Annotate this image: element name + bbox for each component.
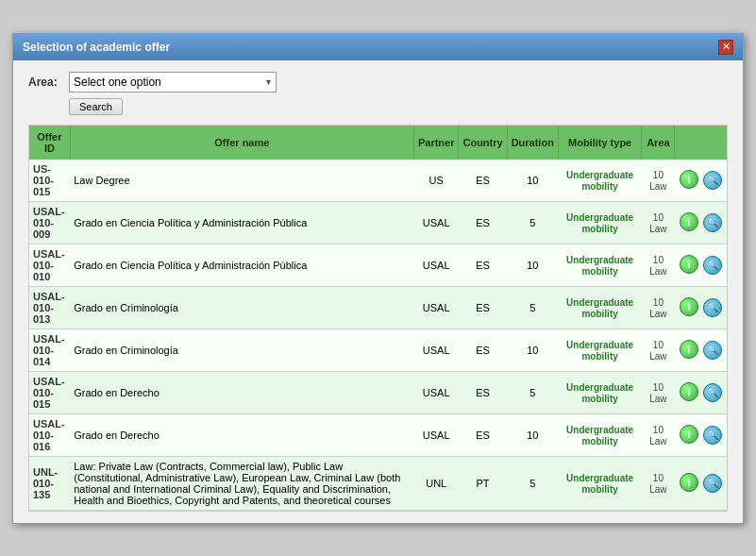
info-button[interactable]: i bbox=[680, 340, 698, 359]
view-button[interactable]: 🔍 bbox=[703, 256, 722, 275]
search-button[interactable]: Search bbox=[69, 98, 123, 115]
cell-actions: i 🔍 bbox=[675, 329, 727, 371]
col-area: Area bbox=[642, 126, 675, 160]
cell-actions: i 🔍 bbox=[675, 456, 727, 510]
cell-mobility: Undergraduate mobility bbox=[558, 456, 642, 510]
cell-offer-name: Grado en Ciencia Política y Administraci… bbox=[70, 244, 413, 286]
info-button[interactable]: i bbox=[680, 382, 698, 401]
cell-area: 10 Law bbox=[642, 413, 675, 456]
table-row: USAL-010-010 Grado en Ciencia Política y… bbox=[29, 244, 727, 286]
cell-country: ES bbox=[459, 329, 507, 371]
area-row: Area: Select one option bbox=[28, 72, 728, 93]
cell-mobility: Undergraduate mobility bbox=[558, 160, 642, 202]
cell-area: 10 Law bbox=[642, 286, 675, 329]
close-button[interactable]: ✕ bbox=[718, 40, 733, 55]
cell-offer-name: Grado en Criminología bbox=[70, 329, 413, 371]
cell-country: ES bbox=[459, 371, 507, 413]
cell-offer-id: USAL-010-013 bbox=[29, 286, 70, 329]
info-button[interactable]: i bbox=[680, 425, 698, 444]
header-row: Offer ID Offer name Partner Country Dura… bbox=[29, 126, 727, 160]
table-row: US-010-015 Law Degree US ES 10 Undergrad… bbox=[29, 160, 727, 202]
area-select[interactable]: Select one option bbox=[69, 72, 277, 93]
cell-partner: UNL bbox=[413, 456, 459, 510]
cell-partner: USAL bbox=[413, 413, 459, 456]
cell-area: 10 Law bbox=[642, 456, 675, 510]
cell-duration: 5 bbox=[507, 371, 558, 413]
view-button[interactable]: 🔍 bbox=[703, 298, 722, 317]
cell-offer-name: Law Degree bbox=[70, 160, 413, 202]
cell-actions: i 🔍 bbox=[675, 413, 727, 456]
cell-mobility: Undergraduate mobility bbox=[558, 371, 642, 413]
cell-actions: i 🔍 bbox=[675, 371, 727, 413]
cell-area: 10 Law bbox=[642, 201, 675, 244]
cell-offer-name: Grado en Criminología bbox=[70, 286, 413, 329]
cell-area: 10 Law bbox=[642, 371, 675, 413]
cell-partner: USAL bbox=[413, 244, 459, 286]
col-country: Country bbox=[459, 126, 507, 160]
col-actions bbox=[675, 126, 727, 160]
table-row: UNL-010-135 Law: Private Law (Contracts,… bbox=[29, 456, 727, 510]
table-body: US-010-015 Law Degree US ES 10 Undergrad… bbox=[29, 160, 727, 511]
col-duration: Duration bbox=[507, 126, 558, 160]
cell-actions: i 🔍 bbox=[675, 160, 727, 202]
cell-country: PT bbox=[459, 456, 507, 510]
cell-country: ES bbox=[459, 286, 507, 329]
dialog-window: Selection of academic offer ✕ Area: Sele… bbox=[12, 33, 744, 524]
cell-partner: USAL bbox=[413, 371, 459, 413]
view-button[interactable]: 🔍 bbox=[703, 341, 722, 360]
cell-area: 10 Law bbox=[642, 160, 675, 202]
cell-area: 10 Law bbox=[642, 329, 675, 371]
cell-partner: US bbox=[413, 160, 459, 202]
dialog-title: Selection of academic offer bbox=[23, 41, 170, 54]
view-button[interactable]: 🔍 bbox=[703, 383, 722, 402]
col-partner: Partner bbox=[413, 126, 459, 160]
cell-country: ES bbox=[459, 244, 507, 286]
view-button[interactable]: 🔍 bbox=[703, 474, 722, 493]
cell-mobility: Undergraduate mobility bbox=[558, 244, 642, 286]
area-select-wrapper: Select one option bbox=[69, 72, 277, 93]
cell-partner: USAL bbox=[413, 286, 459, 329]
view-button[interactable]: 🔍 bbox=[703, 426, 722, 445]
cell-actions: i 🔍 bbox=[675, 286, 727, 329]
cell-offer-name: Grado en Derecho bbox=[70, 413, 413, 456]
table-row: USAL-010-015 Grado en Derecho USAL ES 5 … bbox=[29, 371, 727, 413]
cell-offer-id: USAL-010-015 bbox=[29, 371, 70, 413]
cell-partner: USAL bbox=[413, 201, 459, 244]
cell-duration: 5 bbox=[507, 456, 558, 510]
col-mobility-type: Mobility type bbox=[558, 126, 642, 160]
cell-duration: 10 bbox=[507, 413, 558, 456]
cell-partner: USAL bbox=[413, 329, 459, 371]
cell-duration: 10 bbox=[507, 329, 558, 371]
search-row: Search bbox=[69, 98, 728, 115]
cell-mobility: Undergraduate mobility bbox=[558, 286, 642, 329]
info-button[interactable]: i bbox=[680, 212, 698, 231]
cell-country: ES bbox=[459, 413, 507, 456]
table-row: USAL-010-009 Grado en Ciencia Política y… bbox=[29, 201, 727, 244]
cell-duration: 10 bbox=[507, 244, 558, 286]
table-row: USAL-010-014 Grado en Criminología USAL … bbox=[29, 329, 727, 371]
cell-country: ES bbox=[459, 160, 507, 202]
table-row: USAL-010-013 Grado en Criminología USAL … bbox=[29, 286, 727, 329]
cell-country: ES bbox=[459, 201, 507, 244]
cell-mobility: Undergraduate mobility bbox=[558, 413, 642, 456]
info-button[interactable]: i bbox=[680, 473, 698, 492]
col-offer-name: Offer name bbox=[70, 126, 413, 160]
cell-area: 10 Law bbox=[642, 244, 675, 286]
cell-offer-id: UNL-010-135 bbox=[29, 456, 70, 510]
view-button[interactable]: 🔍 bbox=[703, 171, 722, 190]
cell-duration: 5 bbox=[507, 201, 558, 244]
table-container: Offer ID Offer name Partner Country Dura… bbox=[28, 125, 728, 512]
cell-offer-id: USAL-010-009 bbox=[29, 201, 70, 244]
info-button[interactable]: i bbox=[680, 170, 698, 189]
view-button[interactable]: 🔍 bbox=[703, 213, 722, 232]
cell-offer-name: Grado en Derecho bbox=[70, 371, 413, 413]
cell-actions: i 🔍 bbox=[675, 244, 727, 286]
cell-actions: i 🔍 bbox=[675, 201, 727, 244]
col-offer-id: Offer ID bbox=[29, 126, 70, 160]
dialog-body: Area: Select one option Search Offer ID … bbox=[13, 60, 743, 523]
info-button[interactable]: i bbox=[680, 255, 698, 274]
cell-offer-id: USAL-010-016 bbox=[29, 413, 70, 456]
info-button[interactable]: i bbox=[680, 297, 698, 316]
area-label: Area: bbox=[28, 76, 61, 89]
cell-offer-name: Law: Private Law (Contracts, Commercial … bbox=[70, 456, 413, 510]
